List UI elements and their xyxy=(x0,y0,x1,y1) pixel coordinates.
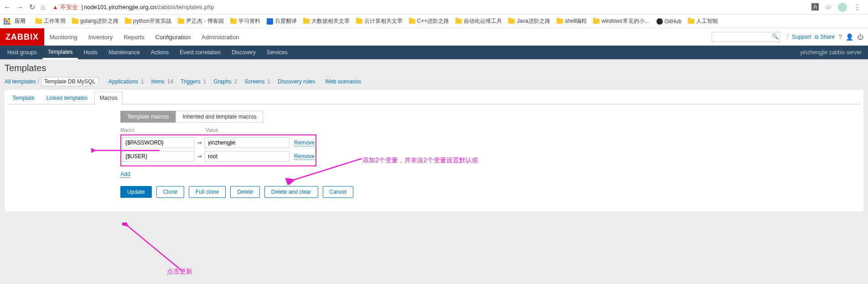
col-value: Value xyxy=(206,127,218,133)
col-macro: Macro xyxy=(120,127,196,133)
nav-icons: ← → ↻ ⌂ xyxy=(4,3,45,11)
bookmark[interactable]: 尹正杰 - 博客园 xyxy=(176,16,226,26)
forward-icon[interactable]: → xyxy=(16,3,24,11)
back-icon[interactable]: ← xyxy=(4,3,11,11)
header-right: 🔍 ❔ Support ⧉ Share ? 👤 ⏻ xyxy=(712,28,868,46)
link-triggers[interactable]: Triggers xyxy=(181,78,201,85)
clone-button[interactable]: Clone xyxy=(156,186,184,198)
link-discoveryrules[interactable]: Discovery rules xyxy=(278,78,315,85)
form-area: Template macros Inherited and template m… xyxy=(120,111,439,198)
folder-icon xyxy=(557,19,563,24)
bookmark[interactable]: C++进阶之路 xyxy=(407,16,451,26)
browser-right: 🅰 ☆ ⋮ xyxy=(811,3,864,12)
full-clone-button[interactable]: Full clone xyxy=(189,186,226,198)
translate-icon[interactable]: 🅰 xyxy=(811,3,819,11)
url-bar[interactable]: ▲ 不安全 | node101.yinzhengjie.org.cn/zabbi… xyxy=(52,3,811,11)
page-title: Templates xyxy=(5,63,863,73)
nav-monitoring[interactable]: Monitoring xyxy=(44,28,83,46)
link-webscenarios[interactable]: Web scenarios xyxy=(325,78,361,85)
subnav-services[interactable]: Services xyxy=(261,46,293,59)
folder-icon xyxy=(72,19,78,24)
folder-icon xyxy=(230,19,237,24)
crumb-current: Template DB MySQL xyxy=(41,77,98,86)
logout-icon[interactable]: ⏻ xyxy=(857,33,863,41)
bookmark[interactable]: GitHub xyxy=(655,17,683,26)
bookmark[interactable]: 自动化运维工具 xyxy=(454,16,504,26)
remove-link[interactable]: Remove xyxy=(294,139,315,146)
folder-icon xyxy=(508,19,515,24)
url-path: /zabbix/templates.php xyxy=(156,4,214,10)
subnav-hosts[interactable]: Hosts xyxy=(78,46,103,59)
search-icon[interactable]: 🔍 xyxy=(772,33,779,40)
subnav-eventcorrelation[interactable]: Event correlation xyxy=(174,46,226,59)
bookmark[interactable]: 云计算相关文章 xyxy=(354,16,404,26)
folder-icon xyxy=(688,19,694,24)
bookmarks-bar: 应用 工作常用 golang进阶之路 python开发实战 尹正杰 - 博客园 … xyxy=(0,15,868,28)
tab-macros[interactable]: Macros xyxy=(94,92,122,104)
bookmark[interactable]: golang进阶之路 xyxy=(70,16,120,26)
macro-name-input[interactable] xyxy=(122,151,194,162)
macro-value-input[interactable] xyxy=(205,151,289,162)
reload-icon[interactable]: ↻ xyxy=(29,3,35,11)
cancel-button[interactable]: Cancel xyxy=(323,186,353,198)
macro-table: Macro Value ⇒ Remove ⇒ Remove xyxy=(120,127,316,178)
bookmark-star-icon[interactable]: ☆ xyxy=(825,3,832,11)
bookmark[interactable]: shell编程 xyxy=(555,16,589,26)
delete-clear-button[interactable]: Delete and clear xyxy=(264,186,318,198)
support-link[interactable]: ❔ Support xyxy=(784,34,811,40)
subnav-discovery[interactable]: Discovery xyxy=(226,46,261,59)
bookmark[interactable]: 学习资料 xyxy=(228,16,262,26)
content-card: Template Linked templates Macros Templat… xyxy=(5,90,863,212)
link-items[interactable]: Items xyxy=(151,78,165,85)
update-button[interactable]: Update xyxy=(120,186,152,198)
bookmark[interactable]: windows常见的小… xyxy=(591,16,651,26)
tab-linked-templates[interactable]: Linked templates xyxy=(41,92,93,104)
menu-icon[interactable]: ⋮ xyxy=(853,3,861,11)
annotation-text2: 点击更新 xyxy=(167,268,192,276)
link-screens[interactable]: Screens xyxy=(245,78,265,85)
macro-value-input[interactable] xyxy=(205,137,289,148)
github-icon xyxy=(656,18,663,25)
delete-button[interactable]: Delete xyxy=(230,186,260,198)
avatar[interactable] xyxy=(838,3,847,12)
folder-icon xyxy=(303,19,310,24)
crumb-all[interactable]: All templates xyxy=(5,78,36,85)
site-icon xyxy=(267,18,273,25)
svg-line-2 xyxy=(127,225,181,270)
toggle-template-macros[interactable]: Template macros xyxy=(120,111,176,123)
link-applications[interactable]: Applications xyxy=(108,78,138,85)
bookmark[interactable]: python开发实战 xyxy=(123,16,173,26)
tab-template[interactable]: Template xyxy=(7,92,40,104)
macro-name-input[interactable] xyxy=(122,137,194,148)
subnav-hostgroups[interactable]: Host groups xyxy=(2,46,42,59)
subnav-maintenance[interactable]: Maintenance xyxy=(103,46,145,59)
subnav-templates[interactable]: Templates xyxy=(42,46,78,59)
search-input[interactable]: 🔍 xyxy=(712,32,780,42)
nav-reports[interactable]: Reports xyxy=(118,28,150,46)
link-graphs[interactable]: Graphs xyxy=(213,78,231,85)
macro-scope-toggle: Template macros Inherited and template m… xyxy=(120,111,439,123)
bookmark[interactable]: 人工智能 xyxy=(686,16,720,26)
arrow-icon: ⇒ xyxy=(197,139,202,146)
toggle-inherited-macros[interactable]: Inherited and template macros xyxy=(176,111,263,123)
bookmark[interactable]: 工作常用 xyxy=(34,16,67,26)
home-icon[interactable]: ⌂ xyxy=(41,3,45,11)
bookmark[interactable]: 大数据相关文章 xyxy=(301,16,351,26)
zabbix-logo[interactable]: ZABBIX xyxy=(0,28,44,46)
remove-link[interactable]: Remove xyxy=(294,153,315,160)
nav-configuration[interactable]: Configuration xyxy=(150,28,196,46)
add-link[interactable]: Add xyxy=(120,171,130,178)
help-icon[interactable]: ? xyxy=(838,33,842,41)
warning-icon: ▲ xyxy=(52,4,58,10)
nav-administration[interactable]: Administration xyxy=(196,28,244,46)
bookmark[interactable]: 百度翻译 xyxy=(265,16,299,26)
macro-highlight-box: ⇒ Remove ⇒ Remove xyxy=(120,134,316,166)
bookmark[interactable]: Java进阶之路 xyxy=(506,16,552,26)
user-icon[interactable]: 👤 xyxy=(846,33,853,41)
share-link[interactable]: ⧉ Share xyxy=(815,34,835,40)
annotation-text1: 添加2个变量，并未这2个变量设置默认值 xyxy=(362,156,478,165)
apps-label[interactable]: 应用 xyxy=(15,17,26,25)
folder-icon xyxy=(409,19,415,24)
nav-inventory[interactable]: Inventory xyxy=(83,28,118,46)
apps-icon[interactable] xyxy=(4,18,10,25)
